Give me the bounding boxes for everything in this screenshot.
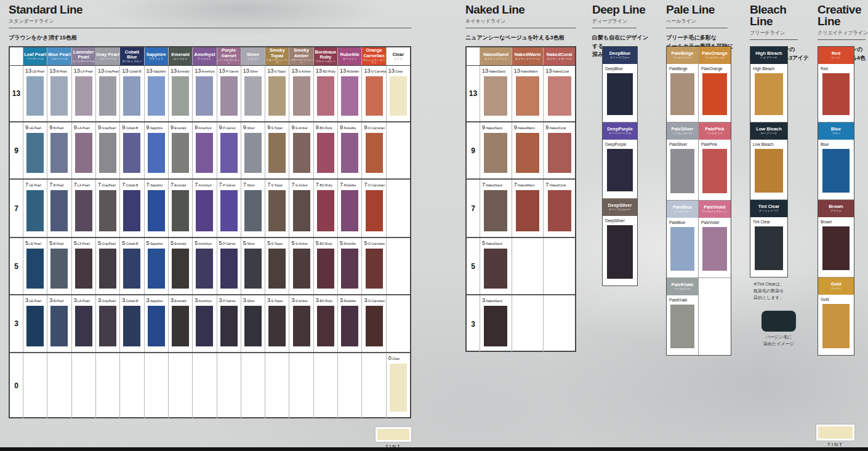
block-header: PaleSilverペールシルバー (667, 122, 698, 140)
swatch-suffix: -P-Garnet (222, 242, 236, 245)
column-name: Bordeaux Ruby (314, 50, 337, 60)
column-name-jp: シルバー (247, 58, 259, 61)
hair-swatch (484, 190, 507, 231)
swatch-cell: 5-NakedSand (480, 238, 512, 294)
block-label: PaleKhaki (667, 297, 698, 303)
level-label: 0 (10, 353, 23, 418)
level-label: 7 (467, 180, 480, 237)
swatch-suffix: -Amethyst (198, 242, 212, 245)
level-label: 3 (10, 295, 23, 352)
swatch-code: 5-S-Topaz (265, 239, 289, 247)
swatch-cell: 13-Sapphire (145, 66, 169, 121)
swatch-cell: 9-Amethyst (193, 122, 217, 178)
swatch-code: 9-Amethyst (193, 124, 216, 132)
bleach-subtitle-jp: ブリーチライン (750, 30, 811, 36)
swatch-cell: 7-Amethyst (193, 180, 217, 237)
swatch-level: 13 (364, 68, 370, 74)
swatch-cell (362, 353, 386, 418)
swatch-suffix: -LE-Pearl (28, 242, 41, 245)
swatch-cell: 7-Rubellite (338, 180, 362, 237)
swatch-suffix: -Cobalt-B (125, 183, 138, 187)
column-name: Rubellite (340, 52, 360, 57)
swatch-code: 5-NakedSand (480, 239, 512, 247)
column-name: Cobalt Blue (120, 50, 143, 60)
swatch-cell (193, 353, 217, 418)
swatch-cell (512, 238, 544, 294)
block-label: Gold (818, 297, 854, 303)
swatch-level: 13 (74, 68, 80, 74)
column-name-jp: スモーキートパーズ (265, 59, 289, 65)
swatch-code: 13-Sapphire (145, 67, 168, 75)
column-header: Purple Garnetパープルガーネット (217, 47, 241, 65)
swatch-cell (47, 353, 71, 418)
swatch-cell: 13-Silver (241, 66, 265, 121)
column-name-jp: コバルトブルー (122, 60, 142, 63)
creative-rule (818, 39, 866, 40)
block-name: Brown (829, 204, 843, 209)
swatch-cell: 5-Sapphire (145, 238, 169, 294)
block-name: PaleKhaki (672, 282, 694, 287)
level-label: 7 (10, 180, 23, 237)
swatch-cell: 13-NakedSand (480, 66, 512, 121)
swatch-code: 5-GrayPearl (96, 239, 119, 247)
block-body: PaleViolet (699, 218, 731, 277)
swatch-suffix: -P-Garnet (225, 70, 239, 73)
swatch-cell: 7-P-Garnet (217, 180, 241, 237)
swatch-cell: 13-S-Amber (289, 66, 313, 121)
block-name: Gold (830, 282, 841, 287)
hair-swatch (484, 76, 507, 116)
column-name-jp: ボルドールビー (316, 60, 336, 63)
swatch-code: 3-Silver (241, 297, 265, 305)
column-header: Smoky Amberスモーキーアンバー (289, 47, 313, 65)
swatch-row: 99-LE-Pearl9-B-Pearl9-LA-Pearl9-GrayPear… (10, 122, 410, 180)
block-header: PaleBlueペールブルー (667, 201, 698, 218)
block-label: DeepBlue (603, 66, 637, 72)
swatch-suffix: -B-Pearl (55, 70, 66, 73)
creative-title: Creative Line (818, 4, 868, 27)
level-label: 5 (10, 238, 23, 294)
swatch-code: 13-S-Amber (289, 67, 313, 75)
swatch-suffix: -Rubellite (343, 242, 356, 245)
swatch-cell: 5-LE-Pearl (23, 238, 47, 294)
swatch-suffix: -BO-Ruby (319, 242, 332, 245)
swatch-cell: 13-Clear (387, 66, 410, 121)
swatch-code: 9-Rubellite (338, 124, 361, 132)
column-header: NakedSandネイキッドサンド (480, 47, 512, 65)
swatch-cell: 7-BO-Ruby (314, 180, 338, 237)
swatch-suffix: -Emerald (174, 242, 186, 245)
swatch-cell: 13-GrayPearl (96, 66, 120, 121)
block-header: PaleKhakiペールカーキ (667, 278, 698, 295)
swatch-code: 9-Silver (241, 124, 265, 132)
swatch-row: 00-Clear (10, 353, 410, 418)
hair-swatch (244, 76, 262, 116)
swatch-suffix: -NakedSand (488, 70, 505, 73)
block-header: Redレッド (818, 47, 854, 64)
hair-swatch (317, 306, 334, 346)
level-label: 5 (467, 238, 480, 294)
swatch-suffix: -Cobalt-B (125, 299, 138, 303)
swatch-cell (120, 353, 144, 418)
level-column-spacer (467, 47, 480, 65)
level-column-spacer (10, 47, 23, 65)
column-header: Silverシルバー (241, 47, 265, 65)
hair-swatch (548, 133, 571, 173)
column-header: Gray Pearlグレーパール (96, 47, 120, 65)
block-body: DeepPurple (603, 140, 637, 198)
swatch-code: 7-LA-Pearl (72, 181, 95, 189)
swatch-cell: 3-NakedSand (480, 295, 512, 353)
hair-swatch (317, 76, 334, 116)
virgin-hair-caption: バージン毛に 染めたイメージ (753, 334, 804, 347)
swatch-cell: 9-BO-Ruby (314, 122, 338, 178)
column-name-jp: エメラルド (174, 58, 188, 61)
swatch-cell: 3-Emerald (169, 295, 193, 352)
swatch-suffix: -S-Amber (294, 299, 307, 303)
swatch-code: 3-Amethyst (193, 297, 216, 305)
swatch-cell: 3-LE-Pearl (23, 295, 47, 352)
hair-swatch (822, 73, 850, 115)
block-label: PaleViolet (699, 220, 731, 226)
hair-swatch (244, 249, 262, 289)
hair-swatch (366, 190, 383, 231)
hair-swatch (196, 190, 213, 231)
swatch-suffix: -Amethyst (198, 183, 212, 187)
block-header: High Bleachハイブリーチ (750, 47, 787, 64)
